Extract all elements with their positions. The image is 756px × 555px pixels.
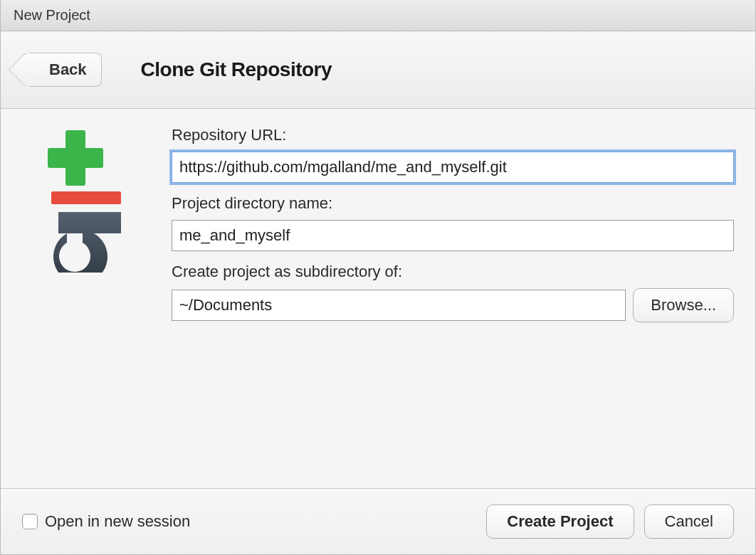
dialog-footer: Open in new session Create Project Cance… (1, 488, 755, 554)
new-project-dialog: New Project Back Clone Git Repository (0, 0, 756, 555)
page-title: Clone Git Repository (141, 58, 332, 81)
subdir-input[interactable] (172, 290, 626, 321)
svg-rect-2 (51, 191, 121, 204)
svg-rect-1 (48, 148, 103, 168)
dialog-content: Repository URL: Project directory name: … (1, 109, 755, 488)
subdir-row: Browse... (172, 288, 734, 322)
open-new-session-label: Open in new session (45, 512, 190, 531)
repo-url-input[interactable] (172, 152, 734, 183)
git-logo-icon (30, 130, 121, 273)
browse-button[interactable]: Browse... (633, 288, 734, 322)
form-column: Repository URL: Project directory name: … (172, 126, 734, 471)
subdir-label: Create project as subdirectory of: (172, 263, 734, 281)
back-button-label: Back (49, 60, 87, 79)
cancel-button[interactable]: Cancel (644, 504, 734, 539)
open-new-session-checkbox[interactable]: Open in new session (22, 512, 190, 531)
icon-column (22, 126, 129, 471)
back-button[interactable]: Back (29, 53, 102, 87)
project-dir-label: Project directory name: (172, 194, 734, 213)
repo-url-label: Repository URL: (172, 126, 734, 144)
create-project-button[interactable]: Create Project (486, 504, 634, 539)
project-dir-input[interactable] (172, 220, 734, 251)
checkbox-icon (22, 514, 38, 529)
footer-buttons: Create Project Cancel (486, 504, 734, 539)
dialog-title: New Project (1, 0, 755, 31)
dialog-header: Back Clone Git Repository (1, 31, 755, 109)
